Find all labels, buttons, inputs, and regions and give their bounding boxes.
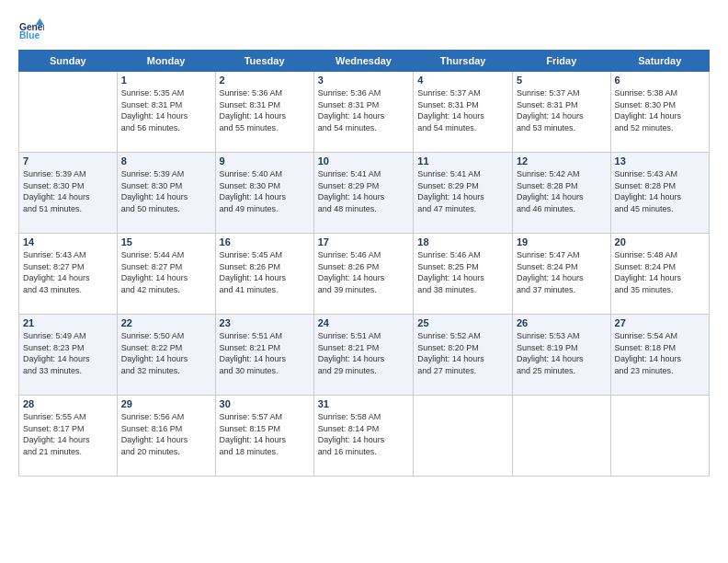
day-info: Sunrise: 5:50 AMSunset: 8:22 PMDaylight:… [121, 330, 211, 376]
daylight-line1: Daylight: 14 hours [220, 354, 287, 363]
sunset: Sunset: 8:23 PM [23, 343, 85, 352]
calendar-cell: 7Sunrise: 5:39 AMSunset: 8:30 PMDaylight… [19, 153, 118, 234]
sunrise: Sunrise: 5:43 AM [23, 250, 86, 259]
header-day-sunday: Sunday [19, 51, 118, 72]
sunrise: Sunrise: 5:50 AM [121, 331, 185, 340]
daylight-line1: Daylight: 14 hours [220, 192, 287, 201]
day-number: 7 [23, 155, 113, 167]
day-info: Sunrise: 5:40 AMSunset: 8:30 PMDaylight:… [220, 168, 310, 214]
day-info: Sunrise: 5:41 AMSunset: 8:29 PMDaylight:… [318, 168, 410, 214]
sunset: Sunset: 8:21 PM [220, 343, 281, 352]
day-number: 25 [417, 317, 508, 328]
week-row-0: 1Sunrise: 5:35 AMSunset: 8:31 PMDaylight… [19, 72, 710, 153]
sunset: Sunset: 8:18 PM [615, 343, 677, 352]
logo: General Blue [18, 17, 44, 42]
calendar-cell: 12Sunrise: 5:42 AMSunset: 8:28 PMDayligh… [512, 153, 610, 234]
day-number: 9 [220, 155, 310, 167]
daylight-line2: and 20 minutes. [121, 447, 180, 456]
sunset: Sunset: 8:24 PM [615, 262, 677, 271]
header-day-thursday: Thursday [414, 51, 513, 72]
daylight-line1: Daylight: 14 hours [517, 354, 584, 363]
calendar-cell: 1Sunrise: 5:35 AMSunset: 8:31 PMDaylight… [117, 72, 215, 153]
day-number: 31 [318, 398, 410, 409]
daylight-line1: Daylight: 14 hours [318, 354, 385, 363]
sunrise: Sunrise: 5:48 AM [615, 250, 678, 259]
day-info: Sunrise: 5:45 AMSunset: 8:26 PMDaylight:… [220, 249, 310, 295]
day-info: Sunrise: 5:58 AMSunset: 8:14 PMDaylight:… [318, 411, 410, 457]
calendar-cell: 5Sunrise: 5:37 AMSunset: 8:31 PMDaylight… [512, 72, 610, 153]
daylight-line2: and 37 minutes. [517, 285, 575, 294]
header-day-wednesday: Wednesday [313, 51, 414, 72]
sunset: Sunset: 8:21 PM [318, 343, 380, 352]
sunset: Sunset: 8:28 PM [517, 181, 578, 190]
calendar-cell: 27Sunrise: 5:54 AMSunset: 8:18 PMDayligh… [610, 315, 709, 396]
calendar-cell: 16Sunrise: 5:45 AMSunset: 8:26 PMDayligh… [215, 234, 313, 315]
calendar-cell: 6Sunrise: 5:38 AMSunset: 8:30 PMDaylight… [610, 72, 709, 153]
page: General Blue SundayMondayTuesdayWednesda… [0, 0, 728, 563]
header-day-friday: Friday [512, 51, 610, 72]
day-number: 1 [121, 75, 211, 86]
sunrise: Sunrise: 5:53 AM [517, 331, 580, 340]
day-info: Sunrise: 5:51 AMSunset: 8:21 PMDaylight:… [220, 330, 310, 376]
calendar-table: SundayMondayTuesdayWednesdayThursdayFrid… [18, 50, 710, 477]
calendar-cell [512, 396, 610, 477]
sunset: Sunset: 8:25 PM [417, 262, 479, 271]
sunset: Sunset: 8:30 PM [23, 181, 85, 190]
sunrise: Sunrise: 5:43 AM [615, 169, 678, 178]
day-info: Sunrise: 5:49 AMSunset: 8:23 PMDaylight:… [23, 330, 113, 376]
calendar-cell: 25Sunrise: 5:52 AMSunset: 8:20 PMDayligh… [414, 315, 513, 396]
daylight-line1: Daylight: 14 hours [318, 192, 385, 201]
day-info: Sunrise: 5:46 AMSunset: 8:25 PMDaylight:… [417, 249, 508, 295]
day-number: 4 [417, 75, 508, 86]
daylight-line1: Daylight: 14 hours [517, 192, 584, 201]
calendar-cell: 26Sunrise: 5:53 AMSunset: 8:19 PMDayligh… [512, 315, 610, 396]
daylight-line2: and 38 minutes. [417, 285, 476, 294]
calendar-cell: 19Sunrise: 5:47 AMSunset: 8:24 PMDayligh… [512, 234, 610, 315]
day-number: 30 [220, 398, 310, 409]
day-info: Sunrise: 5:37 AMSunset: 8:31 PMDaylight:… [417, 87, 508, 133]
day-info: Sunrise: 5:42 AMSunset: 8:28 PMDaylight:… [517, 168, 607, 214]
header-day-saturday: Saturday [610, 51, 709, 72]
sunset: Sunset: 8:22 PM [121, 343, 183, 352]
week-row-4: 28Sunrise: 5:55 AMSunset: 8:17 PMDayligh… [19, 396, 710, 477]
sunrise: Sunrise: 5:39 AM [121, 169, 185, 178]
day-info: Sunrise: 5:36 AMSunset: 8:31 PMDaylight:… [318, 87, 410, 133]
sunset: Sunset: 8:24 PM [517, 262, 578, 271]
calendar-cell: 3Sunrise: 5:36 AMSunset: 8:31 PMDaylight… [313, 72, 414, 153]
header: General Blue [18, 17, 710, 42]
day-info: Sunrise: 5:46 AMSunset: 8:26 PMDaylight:… [318, 249, 410, 295]
daylight-line2: and 45 minutes. [615, 204, 674, 213]
daylight-line2: and 54 minutes. [417, 123, 476, 132]
daylight-line2: and 29 minutes. [318, 366, 377, 375]
sunset: Sunset: 8:16 PM [121, 424, 183, 433]
sunset: Sunset: 8:28 PM [615, 181, 677, 190]
calendar-cell: 2Sunrise: 5:36 AMSunset: 8:31 PMDaylight… [215, 72, 313, 153]
day-info: Sunrise: 5:48 AMSunset: 8:24 PMDaylight:… [615, 249, 705, 295]
logo-icon: General Blue [18, 17, 44, 42]
day-number: 10 [318, 155, 410, 167]
day-number: 27 [615, 317, 705, 328]
daylight-line1: Daylight: 14 hours [23, 192, 90, 201]
calendar-cell: 4Sunrise: 5:37 AMSunset: 8:31 PMDaylight… [414, 72, 513, 153]
day-number: 28 [23, 398, 113, 409]
daylight-line2: and 21 minutes. [23, 447, 82, 456]
calendar-cell: 10Sunrise: 5:41 AMSunset: 8:29 PMDayligh… [313, 153, 414, 234]
daylight-line2: and 16 minutes. [318, 447, 377, 456]
daylight-line1: Daylight: 14 hours [121, 192, 188, 201]
calendar-cell: 24Sunrise: 5:51 AMSunset: 8:21 PMDayligh… [313, 315, 414, 396]
sunrise: Sunrise: 5:38 AM [615, 88, 678, 98]
sunrise: Sunrise: 5:47 AM [517, 250, 580, 259]
week-row-2: 14Sunrise: 5:43 AMSunset: 8:27 PMDayligh… [19, 234, 710, 315]
calendar-cell: 23Sunrise: 5:51 AMSunset: 8:21 PMDayligh… [215, 315, 313, 396]
calendar-cell [19, 72, 118, 153]
sunset: Sunset: 8:31 PM [220, 100, 281, 109]
day-number: 13 [615, 155, 705, 167]
day-info: Sunrise: 5:43 AMSunset: 8:27 PMDaylight:… [23, 249, 113, 295]
day-number: 22 [121, 317, 211, 328]
daylight-line1: Daylight: 14 hours [121, 273, 188, 282]
sunrise: Sunrise: 5:46 AM [318, 250, 381, 259]
header-day-monday: Monday [117, 51, 215, 72]
sunrise: Sunrise: 5:42 AM [517, 169, 580, 178]
calendar-cell: 22Sunrise: 5:50 AMSunset: 8:22 PMDayligh… [117, 315, 215, 396]
sunrise: Sunrise: 5:58 AM [318, 412, 381, 421]
